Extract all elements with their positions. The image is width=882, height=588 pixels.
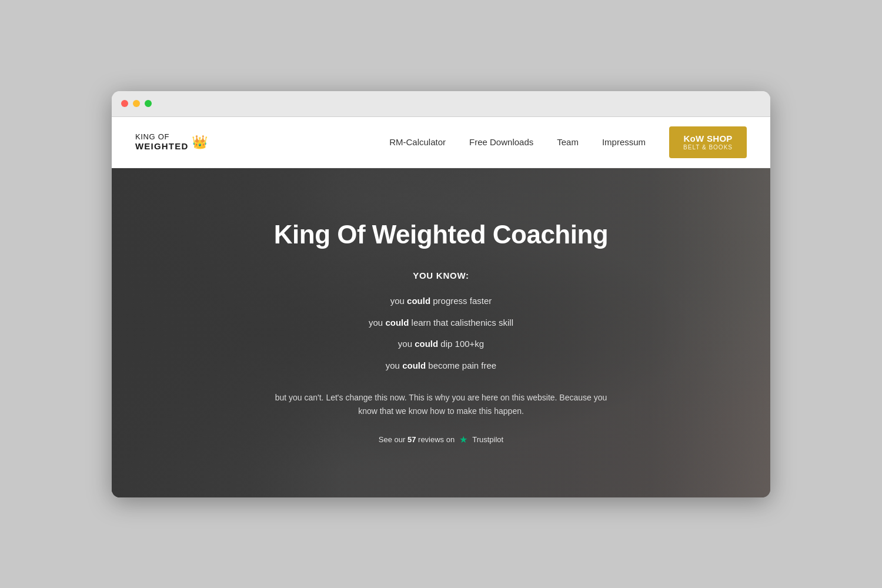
shop-cta-main: KoW SHOP xyxy=(683,133,733,144)
browser-minimize-dot[interactable] xyxy=(133,100,140,107)
nav-link-team[interactable]: Team xyxy=(557,137,579,147)
hero-title: King Of Weighted Coaching xyxy=(270,220,612,250)
hero-section: King Of Weighted Coaching YOU KNOW: you … xyxy=(112,168,770,497)
hero-point-4: you could become pain free xyxy=(270,359,612,373)
hero-points-list: you could progress faster you could lear… xyxy=(270,295,612,372)
browser-close-dot[interactable] xyxy=(121,100,128,107)
browser-frame: KING OF WEIGHTED 👑 RM-Calculator Free Do… xyxy=(112,91,770,497)
trustpilot-bar[interactable]: See our 57 reviews on ★ Trustpilot xyxy=(270,434,612,445)
point4-prefix: you xyxy=(386,360,402,370)
point2-prefix: you xyxy=(369,318,385,328)
point4-suffix: become pain free xyxy=(426,360,496,370)
logo-line2: WEIGHTED xyxy=(135,141,188,152)
hero-content: King Of Weighted Coaching YOU KNOW: you … xyxy=(259,185,623,480)
hero-point-3: you could dip 100+kg xyxy=(270,338,612,351)
hero-point-1: you could progress faster xyxy=(270,295,612,308)
nav-link-rm-calculator[interactable]: RM-Calculator xyxy=(389,137,446,147)
crown-icon: 👑 xyxy=(192,135,208,150)
point3-suffix: dip 100+kg xyxy=(438,339,484,349)
trustpilot-star-icon: ★ xyxy=(459,434,467,445)
nav-links: RM-Calculator Free Downloads Team Impres… xyxy=(389,126,747,158)
hero-point-2: you could learn that calisthenics skill xyxy=(270,316,612,330)
point1-suffix: progress faster xyxy=(430,296,492,306)
nav-link-free-downloads[interactable]: Free Downloads xyxy=(469,137,533,147)
hero-subtitle: YOU KNOW: xyxy=(270,270,612,280)
shop-cta-sub: BELT & BOOKS xyxy=(683,144,733,151)
website-container: KING OF WEIGHTED 👑 RM-Calculator Free Do… xyxy=(112,117,770,497)
point3-bold: could xyxy=(415,339,438,349)
point1-bold: could xyxy=(407,296,430,306)
navbar: KING OF WEIGHTED 👑 RM-Calculator Free Do… xyxy=(112,117,770,168)
logo[interactable]: KING OF WEIGHTED 👑 xyxy=(135,132,208,152)
browser-maximize-dot[interactable] xyxy=(145,100,152,107)
shop-cta-button[interactable]: KoW SHOP BELT & BOOKS xyxy=(669,126,747,158)
hero-description: but you can't. Let's change this now. Th… xyxy=(270,391,612,417)
trustpilot-count: 57 xyxy=(407,435,416,444)
browser-chrome xyxy=(112,91,770,117)
point3-prefix: you xyxy=(398,339,415,349)
trustpilot-brand: Trustpilot xyxy=(472,435,503,444)
point2-suffix: learn that calisthenics skill xyxy=(409,318,513,328)
trustpilot-text: See our 57 reviews on xyxy=(379,435,455,444)
point1-prefix: you xyxy=(390,296,407,306)
nav-link-impressum[interactable]: Impressum xyxy=(602,137,646,147)
logo-line1: KING OF xyxy=(135,132,188,142)
point4-bold: could xyxy=(402,360,426,370)
point2-bold: could xyxy=(385,318,409,328)
